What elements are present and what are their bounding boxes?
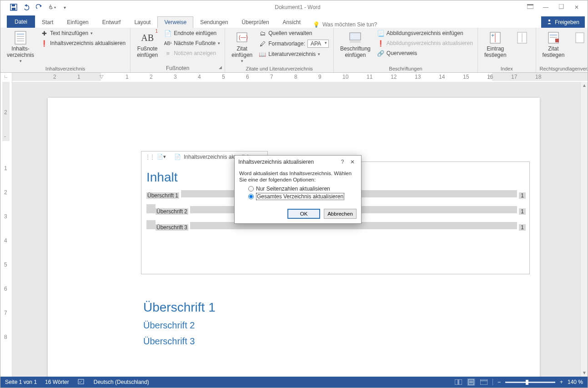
maximize-button[interactable] — [557, 4, 566, 10]
zoom-slider[interactable] — [505, 382, 555, 383]
document-canvas[interactable]: ⋮⋮ 📄▾ 📄 Inhaltsverzeichnis aktualisieren… — [12, 82, 580, 377]
touch-mode-icon[interactable]: ▾ — [47, 2, 57, 12]
authorities-icon — [573, 30, 587, 45]
insert-caption-label: Beschriftung einfügen — [340, 46, 371, 59]
tab-ueberpruefen[interactable]: Überprüfen — [235, 16, 276, 28]
heading-2: Überschrift 2 — [143, 320, 195, 331]
dialog-close-button[interactable]: ✕ — [347, 159, 357, 165]
tab-start[interactable]: Start — [35, 16, 60, 28]
spell-check-icon[interactable] — [77, 378, 85, 386]
svg-rect-32 — [480, 379, 487, 385]
print-layout-icon[interactable] — [467, 378, 475, 386]
tab-sendungen[interactable]: Sendungen — [193, 16, 235, 28]
grip-icon[interactable]: ⋮⋮ — [145, 154, 154, 160]
footnotes-launcher-icon[interactable]: ◢ — [219, 65, 222, 70]
tab-file[interactable]: Datei — [7, 15, 35, 28]
insert-footnote-label: Fußnote einfügen — [137, 46, 158, 59]
radio-page-numbers-only[interactable]: Nur Seitenzahlen aktualisieren — [239, 185, 357, 192]
tab-entwurf[interactable]: Entwurf — [95, 16, 128, 28]
status-language[interactable]: Deutsch (Deutschland) — [94, 379, 149, 385]
scroll-up-icon[interactable]: ▲ — [582, 83, 587, 88]
svg-point-6 — [548, 20, 550, 21]
heading-1: Überschrift 1 — [143, 300, 216, 315]
horizontal-ruler-row: ∟ ▽ △ 21123456789101112131415161718 — [0, 73, 588, 82]
radio-entire-table-input[interactable] — [248, 194, 254, 199]
svg-text:+: + — [491, 32, 494, 39]
share-button[interactable]: Freigeben — [541, 16, 585, 28]
close-button[interactable]: ✕ — [572, 4, 581, 10]
status-words[interactable]: 16 Wörter — [45, 379, 69, 385]
update-icon: ❗ — [40, 40, 48, 47]
zoom-out-button[interactable]: − — [498, 379, 501, 385]
toc-title: Inhalt — [146, 170, 178, 185]
next-footnote-icon: AB¹ — [164, 40, 171, 47]
bibliography-button[interactable]: 📖Literaturverzeichnis — [258, 50, 330, 59]
group-toc: Inhalts- verzeichnis ✚Text hinzufügen ❗I… — [0, 28, 131, 72]
scroll-down-icon[interactable]: ▼ — [582, 370, 587, 376]
vertical-scrollbar[interactable]: ▲ ▼ — [580, 82, 588, 377]
sources-icon: 🗂 — [259, 30, 266, 37]
heading-3: Überschrift 3 — [143, 336, 195, 347]
update-toc-button[interactable]: ❗Inhaltsverzeichnis aktualisieren — [40, 39, 126, 48]
mark-entry-button[interactable]: + Eintrag festlegen — [482, 29, 509, 60]
tell-me-input[interactable] — [322, 21, 395, 28]
cancel-button[interactable]: Abbrechen — [324, 209, 357, 219]
insert-caption-button[interactable]: Beschriftung einfügen — [337, 29, 373, 60]
tab-verweise[interactable]: Verweise — [157, 16, 193, 28]
add-text-button[interactable]: ✚Text hinzufügen — [40, 29, 126, 38]
qat-customize-icon[interactable]: ▾ — [60, 2, 70, 12]
group-citations-label: Zitate und Literaturverzeichnis — [229, 65, 330, 72]
lightbulb-icon: 💡 — [313, 21, 320, 28]
read-mode-icon[interactable] — [454, 378, 462, 386]
mark-citation-button[interactable]: Zitat festlegen — [540, 29, 568, 60]
dialog-titlebar[interactable]: Inhaltsverzeichnis aktualisieren ? ✕ — [235, 156, 361, 168]
insert-endnote-button[interactable]: 📄Endnote einfügen — [163, 29, 221, 38]
zoom-in-button[interactable]: + — [560, 379, 563, 385]
vertical-ruler[interactable]: 123456782- — [0, 82, 12, 377]
redo-icon[interactable] — [34, 2, 44, 12]
save-icon[interactable] — [9, 2, 19, 12]
update-figures-list-button: ❗Abbildungsverzeichnis aktualisieren — [376, 39, 474, 48]
citation-style-row: 🖊 Formatvorlage: APA — [258, 39, 330, 49]
mark-citation-icon — [546, 30, 561, 45]
status-page[interactable]: Seite 1 von 1 — [5, 379, 37, 385]
zoom-level[interactable]: 140 % — [568, 379, 583, 385]
svg-rect-15 — [350, 41, 361, 43]
toc-menu-icon[interactable]: 📄▾ — [157, 154, 166, 160]
minimize-button[interactable]: — — [541, 4, 550, 10]
insert-footnote-button[interactable]: AB1 Fußnote einfügen — [134, 29, 161, 60]
tab-ansicht[interactable]: Ansicht — [276, 16, 307, 28]
web-layout-icon[interactable] — [480, 378, 488, 386]
bibliography-icon: 📖 — [259, 50, 266, 58]
ribbon-display-icon[interactable] — [526, 4, 535, 10]
svg-rect-2 — [12, 5, 15, 6]
insert-citation-button[interactable]: (—) Zitat einfügen — [229, 29, 255, 64]
tab-selector[interactable]: ∟ — [0, 73, 12, 82]
undo-icon[interactable] — [21, 2, 31, 12]
toc-row-text: Überschrift 2 — [156, 208, 188, 215]
add-text-label: Text hinzufügen — [50, 30, 88, 36]
manage-sources-button[interactable]: 🗂Quellen verwalten — [258, 29, 330, 38]
show-notes-label: Notizen anzeigen — [174, 50, 216, 56]
group-captions: Beschriftung einfügen 📃Abbildungsverzeic… — [334, 28, 478, 72]
insert-index-button[interactable] — [512, 29, 532, 47]
indent-marker-left[interactable]: ▽ — [100, 74, 103, 80]
endnote-icon: 📄 — [164, 30, 171, 37]
tell-me[interactable]: 💡 — [313, 21, 395, 28]
insert-authorities-button[interactable] — [570, 29, 588, 47]
group-index-label: Index — [482, 65, 532, 72]
mark-entry-icon: + — [488, 30, 503, 45]
toc-button[interactable]: Inhalts- verzeichnis — [4, 29, 37, 64]
ok-button[interactable]: OK — [287, 209, 320, 219]
style-combo[interactable]: APA — [307, 40, 329, 48]
next-footnote-label: Nächste Fußnote — [174, 40, 216, 46]
cross-reference-button[interactable]: 🔗Querverweis — [376, 49, 474, 58]
dialog-help-button[interactable]: ? — [337, 159, 347, 165]
next-footnote-button[interactable]: AB¹Nächste Fußnote — [163, 39, 221, 48]
tab-layout[interactable]: Layout — [127, 16, 157, 28]
insert-figures-list-button[interactable]: 📃Abbildungsverzeichnis einfügen — [376, 29, 474, 38]
horizontal-ruler[interactable]: ▽ △ 21123456789101112131415161718 — [12, 73, 588, 82]
radio-entire-table[interactable]: Gesamtes Verzeichnis aktualisieren — [239, 192, 357, 201]
radio-page-numbers-input[interactable] — [248, 186, 254, 191]
tab-einfuegen[interactable]: Einfügen — [60, 16, 95, 28]
